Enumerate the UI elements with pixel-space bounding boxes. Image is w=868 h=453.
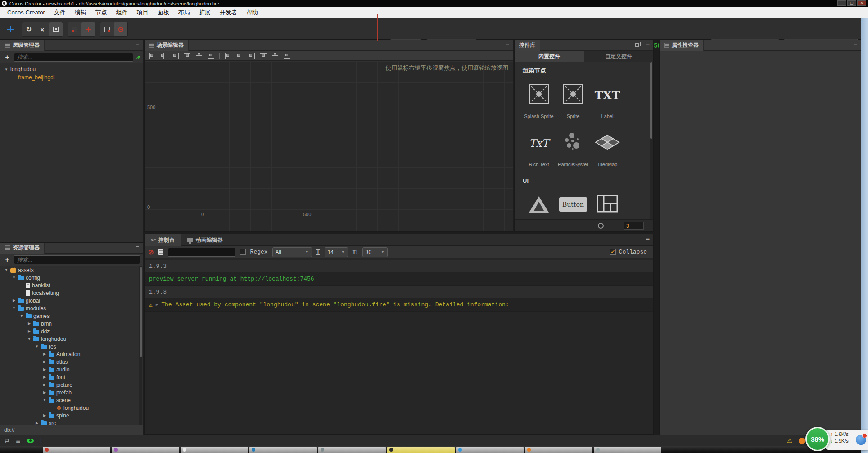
rotate-tool-button[interactable]: ↻: [22, 22, 36, 36]
align-top-icon[interactable]: [184, 53, 190, 59]
hierarchy-search-input[interactable]: [14, 53, 133, 62]
security-app-icon[interactable]: [856, 435, 866, 445]
scale-tool-button[interactable]: ×: [36, 22, 49, 36]
tree-row[interactable]: ▼config: [0, 274, 139, 281]
tab-custom-controls[interactable]: 自定义控件: [584, 51, 653, 62]
tree-expand-icon[interactable]: ▶: [27, 329, 32, 333]
tree-expand-icon[interactable]: ▼: [27, 337, 32, 341]
tree-row[interactable]: banklist: [0, 281, 139, 289]
tree-expand-icon[interactable]: ▼: [12, 276, 16, 280]
tab-animation-editor[interactable]: 动画编辑器: [181, 234, 229, 246]
tree-expand-icon[interactable]: ▶: [42, 367, 47, 371]
tree-expand-icon[interactable]: ▼: [42, 398, 47, 402]
library-item-button[interactable]: Button: [556, 186, 590, 219]
tree-expand-icon[interactable]: ▶: [42, 383, 47, 387]
tree-row[interactable]: ▶spine: [0, 412, 139, 419]
distribute-h-center-icon[interactable]: [237, 53, 243, 59]
taskbar-window-button[interactable]: [525, 447, 592, 453]
tree-expand-icon[interactable]: ▶: [42, 352, 47, 356]
taskbar-window-button[interactable]: [181, 447, 248, 453]
menu-item-10[interactable]: 帮助: [242, 7, 262, 18]
taskbar-window-button[interactable]: [594, 447, 661, 453]
library-scrollbar[interactable]: [650, 62, 653, 219]
tree-row[interactable]: ▶src: [0, 419, 139, 425]
distribute-right-icon[interactable]: [249, 53, 255, 59]
add-asset-button[interactable]: +: [3, 256, 11, 264]
tree-row[interactable]: ▶Animation: [0, 350, 139, 358]
menu-item-9[interactable]: 开发者: [215, 7, 242, 18]
move-tool-button[interactable]: [4, 22, 17, 36]
rect-gizmo-button[interactable]: [100, 22, 114, 36]
library-item-tiledmap[interactable]: TiledMap: [590, 125, 624, 173]
tree-row[interactable]: frame_beijingdi: [0, 73, 143, 82]
tree-expand-icon[interactable]: ▶: [42, 360, 47, 364]
panel-menu-icon[interactable]: ≡: [136, 41, 139, 49]
menu-item-3[interactable]: 节点: [91, 7, 112, 18]
library-item-canvas[interactable]: [522, 186, 556, 219]
distribute-top-icon[interactable]: [260, 53, 267, 59]
expand-log-icon[interactable]: ▶: [156, 302, 158, 307]
font-size-select[interactable]: 14 ▼: [325, 247, 348, 257]
distribute-v-center-icon[interactable]: [272, 53, 278, 59]
tree-row[interactable]: longhudou: [0, 404, 139, 412]
tree-row[interactable]: ▶ddz: [0, 327, 139, 335]
tab-console[interactable]: >≡ 控制台: [145, 234, 181, 246]
pivot-gizmo-button[interactable]: [81, 22, 95, 36]
taskbar-window-button[interactable]: [318, 447, 386, 453]
taskbar-window-button[interactable]: [249, 447, 317, 453]
tree-row[interactable]: ▶font: [0, 373, 139, 381]
distribute-bottom-icon[interactable]: [284, 53, 290, 59]
link-icon[interactable]: ∞: [134, 53, 142, 61]
tab-hierarchy[interactable]: 层级管理器: [0, 40, 45, 51]
align-v-center-icon[interactable]: [196, 53, 202, 59]
library-zoom-knob[interactable]: [598, 223, 604, 229]
tree-row[interactable]: ▶brnn: [0, 320, 139, 327]
tree-expand-icon[interactable]: ▶: [27, 322, 32, 326]
panel-menu-icon[interactable]: ≡: [506, 41, 509, 49]
tab-assets[interactable]: 资源管理器: [0, 243, 45, 254]
library-item-label[interactable]: TXTLabel: [590, 77, 624, 125]
close-button[interactable]: ✕: [857, 0, 866, 6]
tree-row[interactable]: ▶picture: [0, 381, 139, 389]
menu-item-0[interactable]: Cocos Creator: [3, 7, 50, 18]
tree-expand-icon[interactable]: ▼: [4, 268, 9, 272]
tab-scene-editor[interactable]: 场景编辑器: [145, 40, 189, 51]
tree-expand-icon[interactable]: ▼: [35, 344, 39, 349]
tree-row[interactable]: ▶global: [0, 297, 139, 304]
tree-expand-icon[interactable]: ▶: [35, 421, 39, 425]
log-level-select[interactable]: All ▼: [272, 247, 312, 257]
tree-row[interactable]: ▶audio: [0, 366, 139, 373]
circle-gizmo-button[interactable]: [114, 22, 127, 36]
taskbar-window-button[interactable]: [387, 447, 455, 453]
tree-row[interactable]: localsetting: [0, 289, 139, 297]
tree-row[interactable]: ▶prefab: [0, 389, 139, 396]
menu-item-4[interactable]: 组件: [112, 7, 132, 18]
tree-expand-icon[interactable]: ▼: [19, 314, 24, 318]
popout-icon[interactable]: [125, 246, 128, 249]
add-node-button[interactable]: +: [3, 53, 11, 61]
tree-row[interactable]: ▼longhudou: [0, 65, 143, 73]
tab-control-library[interactable]: 控件库: [515, 40, 540, 51]
scene-canvas[interactable]: 使用鼠标右键平移视窗焦点，使用滚轮缩放视图 50000500: [145, 61, 513, 231]
tree-row[interactable]: ▼modules: [0, 304, 139, 312]
tree-expand-icon[interactable]: ▶: [42, 375, 47, 379]
tree-expand-icon[interactable]: ▼: [4, 68, 9, 72]
library-item-splash-sprite[interactable]: Splash Sprite: [522, 77, 556, 125]
database-icon[interactable]: ≣: [16, 437, 21, 444]
tree-row[interactable]: ▼longhudou: [0, 335, 139, 343]
maximize-button[interactable]: ▢: [847, 0, 856, 6]
menu-item-6[interactable]: 面板: [153, 7, 174, 18]
minimize-button[interactable]: ─: [837, 0, 846, 6]
taskbar-window-button[interactable]: [456, 447, 524, 453]
console-filter-input[interactable]: [168, 248, 235, 257]
sync-icon[interactable]: ⇄: [5, 437, 9, 444]
library-columns-value[interactable]: 3: [624, 222, 644, 230]
panel-menu-icon[interactable]: ≡: [136, 244, 139, 251]
panel-menu-icon[interactable]: ≡: [854, 41, 857, 49]
clear-console-button[interactable]: ⊘: [148, 248, 154, 256]
menu-item-5[interactable]: 项目: [132, 7, 153, 18]
menu-item-8[interactable]: 扩展: [194, 7, 215, 18]
line-height-select[interactable]: 30 ▼: [362, 247, 388, 257]
warning-count-icon[interactable]: ⚠: [787, 437, 792, 444]
taskbar-window-button[interactable]: [112, 447, 179, 453]
